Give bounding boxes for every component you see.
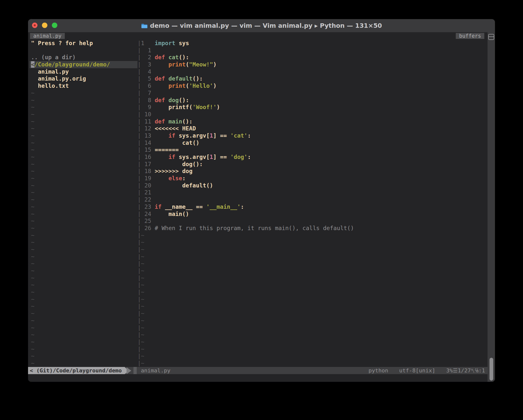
terminal-row[interactable]: ~|~ <box>31 324 488 331</box>
code-line[interactable]: ~ <box>141 310 144 317</box>
code-line[interactable]: 25 <box>141 218 155 224</box>
titlebar[interactable]: demo — vim animal.py — vim — Vim animal.… <box>28 19 495 32</box>
terminal-row[interactable]: ~|~ <box>31 232 488 239</box>
terminal-row[interactable]: ~| 18 >>>>>>> dog <box>31 168 488 175</box>
code-line[interactable]: 17 dog(): <box>141 161 203 167</box>
code-line[interactable]: 21 <box>141 189 155 196</box>
code-line[interactable]: ~ <box>141 325 144 331</box>
code-line[interactable]: 9 printf('Woof!') <box>141 104 220 110</box>
terminal-row[interactable]: ~|~ <box>31 281 488 289</box>
terminal-row[interactable]: hello.txt| 6 print('Hello') <box>31 82 488 90</box>
code-line[interactable]: 2 def cat(): <box>141 54 189 60</box>
terminal-row[interactable]: ~|~ <box>31 274 488 282</box>
terminal-row[interactable]: ~| 23 if __name__ == '__main__': <box>31 203 488 210</box>
tree-item[interactable]: .. (up a dir) <box>31 54 137 61</box>
code-line[interactable]: ~ <box>141 289 144 295</box>
scrollbar-thumb[interactable] <box>490 358 493 381</box>
code-line[interactable]: 10 <box>141 111 155 118</box>
code-line[interactable]: 12 <<<<<<< HEAD <box>141 125 196 132</box>
code-line[interactable]: 15 ======= <box>141 147 179 153</box>
terminal-row[interactable]: " Press ? for help|1 import sys <box>31 40 488 47</box>
code-line[interactable]: 6 print('Hello') <box>141 83 217 89</box>
code-line[interactable]: 7 <box>141 90 155 96</box>
terminal-row[interactable]: animal.py| 4 <box>31 68 488 75</box>
code-line[interactable]: 5 def default(): <box>141 75 203 82</box>
terminal-row[interactable]: ~| 9 printf('Woof!') <box>31 104 488 111</box>
code-line[interactable]: ~ <box>141 232 144 239</box>
terminal-row[interactable]: ~|~ <box>31 346 488 353</box>
code-line[interactable]: 19 else: <box>141 175 186 181</box>
code-line[interactable]: ~ <box>141 239 144 245</box>
tree-item[interactable]: animal.py.orig <box>31 75 137 82</box>
code-line[interactable]: ~ <box>141 246 144 253</box>
code-line[interactable]: ~ <box>141 303 144 309</box>
split-pane-icon[interactable] <box>488 34 494 40</box>
terminal-row[interactable]: ~| 12 <<<<<<< HEAD <box>31 125 488 132</box>
code-line[interactable]: 14 cat() <box>141 140 199 146</box>
code-line[interactable]: 26 # When I run this program, it runs ma… <box>141 225 354 231</box>
code-line[interactable]: ~ <box>141 360 144 366</box>
terminal-row[interactable]: animal.py.orig| 5 def default(): <box>31 75 488 82</box>
code-line[interactable]: ~ <box>141 253 144 260</box>
terminal-row[interactable]: ~| 25 <box>31 217 488 225</box>
terminal-row[interactable]: | 1 <box>31 47 488 54</box>
code-line[interactable]: 23 if __name__ == '__main__': <box>141 204 244 210</box>
tree-item[interactable] <box>31 47 137 54</box>
code-line[interactable]: 11 def main(): <box>141 118 193 125</box>
terminal-row[interactable]: </Code/playground/demo/| 3 print("Meow!"… <box>31 61 488 68</box>
code-line[interactable]: 18 >>>>>>> dog <box>141 168 193 174</box>
terminal-row[interactable]: ~|~ <box>31 296 488 303</box>
terminal-row[interactable]: ~| 13 if sys.argv[1] == 'cat': <box>31 132 488 139</box>
terminal-row[interactable]: ~| 21 <box>31 189 488 196</box>
terminal-row[interactable]: ~| 16 if sys.argv[1] == 'dog': <box>31 153 488 161</box>
terminal-row[interactable]: ~| 10 <box>31 111 488 118</box>
terminal-row[interactable]: ~|~ <box>31 310 488 317</box>
terminal-row[interactable]: ~|~ <box>31 303 488 310</box>
code-line[interactable]: ~ <box>141 317 144 324</box>
terminal-row[interactable]: ~|~ <box>31 317 488 324</box>
tree-item[interactable]: hello.txt <box>31 82 137 90</box>
tree-item[interactable]: " Press ? for help <box>31 40 137 47</box>
terminal-row[interactable]: ~| 19 else: <box>31 175 488 182</box>
terminal-row[interactable]: ~| 7 <box>31 90 488 97</box>
terminal-row[interactable]: ~|~ <box>31 289 488 296</box>
terminal-row[interactable]: ~| 26 # When I run this program, it runs… <box>31 225 488 232</box>
terminal-row[interactable]: ~| 24 main() <box>31 210 488 218</box>
terminal-row[interactable]: ~|~ <box>31 260 488 267</box>
code-line[interactable]: ~ <box>141 339 144 345</box>
code-line[interactable]: 13 if sys.argv[1] == 'cat': <box>141 132 251 139</box>
code-line[interactable]: 4 <box>141 68 155 75</box>
code-line[interactable]: ~ <box>141 282 144 288</box>
code-line[interactable]: 1 import sys <box>141 40 189 46</box>
terminal-row[interactable]: ~|~ <box>31 267 488 274</box>
terminal-row[interactable]: ~| 15 ======= <box>31 146 488 153</box>
code-line[interactable]: 24 main() <box>141 211 189 217</box>
terminal-row[interactable]: ~| 8 def dog(): <box>31 97 488 104</box>
terminal-row[interactable]: ~| 14 cat() <box>31 139 488 147</box>
terminal-row[interactable]: .. (up a dir)| 2 def cat(): <box>31 54 488 61</box>
terminal-row[interactable]: ~|~ <box>31 353 488 360</box>
tree-item[interactable]: </Code/playground/demo/ <box>31 61 137 68</box>
code-line[interactable]: 16 if sys.argv[1] == 'dog': <box>141 154 251 160</box>
tab-buffers[interactable]: buffers <box>456 33 484 39</box>
code-line[interactable]: ~ <box>141 353 144 359</box>
terminal-row[interactable]: ~|~ <box>31 331 488 338</box>
terminal-row[interactable]: ~| 17 dog(): <box>31 161 488 168</box>
terminal-row[interactable]: ~|~ <box>31 360 488 367</box>
terminal-row[interactable]: ~|~ <box>31 338 488 346</box>
code-line[interactable]: 8 def dog(): <box>141 97 189 103</box>
code-line[interactable]: ~ <box>141 260 144 267</box>
code-line[interactable]: 22 <box>141 196 155 203</box>
terminal-row[interactable]: ~|~ <box>31 253 488 260</box>
vim-buffer-area[interactable]: " Press ? for help|1 import sys| 1 .. (u… <box>28 40 488 367</box>
code-line[interactable]: 1 <box>141 47 155 54</box>
tree-item[interactable]: animal.py <box>31 68 137 75</box>
code-line[interactable]: ~ <box>141 268 144 274</box>
scrollbar-track[interactable] <box>488 32 495 382</box>
code-line[interactable]: ~ <box>141 331 144 338</box>
code-line[interactable]: ~ <box>141 346 144 352</box>
code-line[interactable]: 20 default() <box>141 182 213 189</box>
terminal-row[interactable]: ~| 22 <box>31 196 488 203</box>
terminal-row[interactable]: ~| 11 def main(): <box>31 118 488 125</box>
code-line[interactable]: 3 print("Meow!") <box>141 61 217 68</box>
